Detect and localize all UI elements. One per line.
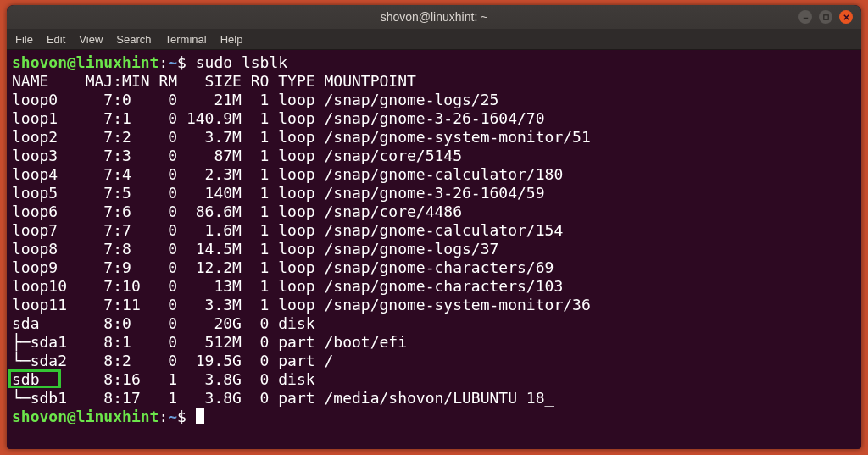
lsblk-row: loop9 7:9 0 12.2M 1 loop /snap/gnome-cha… <box>12 258 856 277</box>
lsblk-row: sdb 8:16 1 3.8G 0 disk <box>12 370 856 389</box>
lsblk-row: ├─sda1 8:1 0 512M 0 part /boot/efi <box>12 333 856 352</box>
menu-item-file[interactable]: File <box>15 33 33 46</box>
lsblk-row: loop0 7:0 0 21M 1 loop /snap/gnome-logs/… <box>12 91 856 109</box>
window-controls <box>798 10 861 24</box>
terminal-area[interactable]: shovon@linuxhint:~$ sudo lsblkNAME MAJ:M… <box>7 50 861 449</box>
menu-item-view[interactable]: View <box>79 33 103 46</box>
prompt-line: shovon@linuxhint:~$ sudo lsblk <box>12 53 856 72</box>
close-button[interactable] <box>839 10 853 24</box>
lsblk-row: loop10 7:10 0 13M 1 loop /snap/gnome-cha… <box>12 277 856 296</box>
menubar: FileEditViewSearchTerminalHelp <box>7 29 861 50</box>
lsblk-row: loop3 7:3 0 87M 1 loop /snap/core/5145 <box>12 147 856 165</box>
svg-rect-1 <box>823 14 827 19</box>
terminal-window: shovon@linuxhint: ~ FileEditViewSearchTe… <box>7 5 861 449</box>
minimize-button[interactable] <box>798 10 812 24</box>
lsblk-row: loop11 7:11 0 3.3M 1 loop /snap/gnome-sy… <box>12 296 856 314</box>
lsblk-row: loop7 7:7 0 1.6M 1 loop /snap/gnome-calc… <box>12 221 856 240</box>
menu-item-help[interactable]: Help <box>220 33 243 46</box>
lsblk-row: └─sda2 8:2 0 19.5G 0 part / <box>12 352 856 370</box>
prompt-path: ~ <box>168 408 177 425</box>
command-text: sudo lsblk <box>196 53 287 71</box>
lsblk-header: NAME MAJ:MIN RM SIZE RO TYPE MOUNTPOINT <box>12 72 856 91</box>
prompt-path: ~ <box>168 53 177 71</box>
menu-item-terminal[interactable]: Terminal <box>165 33 207 46</box>
lsblk-row: loop8 7:8 0 14.5M 1 loop /snap/gnome-log… <box>12 240 856 258</box>
prompt-userhost: shovon@linuxhint <box>12 53 159 71</box>
lsblk-row: sda 8:0 0 20G 0 disk <box>12 314 856 333</box>
lsblk-row: loop1 7:1 0 140.9M 1 loop /snap/gnome-3-… <box>12 109 856 128</box>
lsblk-row: └─sdb1 8:17 1 3.8G 0 part /media/shovon/… <box>12 389 856 408</box>
cursor <box>196 408 204 424</box>
prompt-line: shovon@linuxhint:~$ <box>12 408 856 426</box>
prompt-userhost: shovon@linuxhint <box>12 408 159 425</box>
window-title: shovon@linuxhint: ~ <box>7 10 861 24</box>
menu-item-edit[interactable]: Edit <box>47 33 65 46</box>
lsblk-row: loop4 7:4 0 2.3M 1 loop /snap/gnome-calc… <box>12 165 856 184</box>
menu-item-search[interactable]: Search <box>116 33 151 46</box>
lsblk-row: loop5 7:5 0 140M 1 loop /snap/gnome-3-26… <box>12 184 856 203</box>
maximize-button[interactable] <box>819 10 832 24</box>
lsblk-row: loop2 7:2 0 3.7M 1 loop /snap/gnome-syst… <box>12 128 856 147</box>
titlebar: shovon@linuxhint: ~ <box>7 5 861 29</box>
lsblk-row: loop6 7:6 0 86.6M 1 loop /snap/core/4486 <box>12 203 856 221</box>
